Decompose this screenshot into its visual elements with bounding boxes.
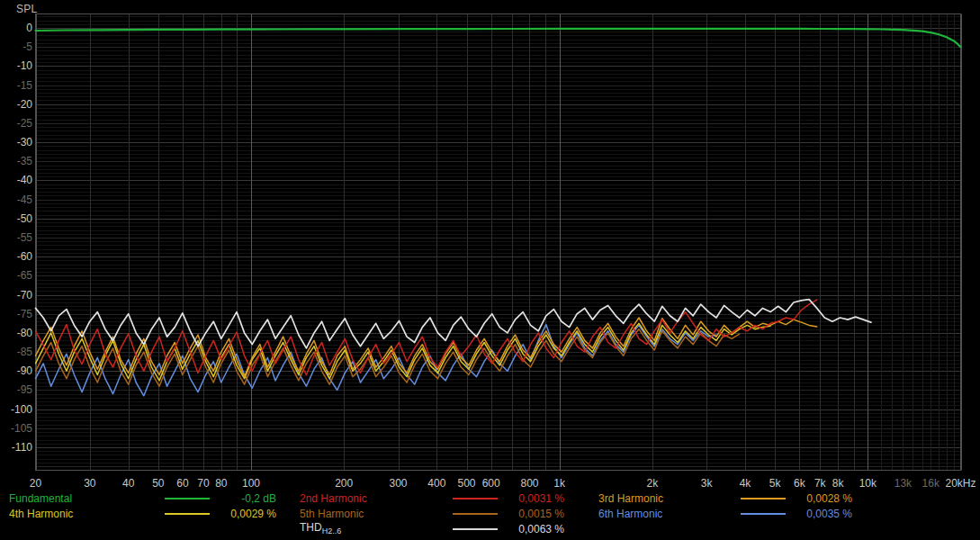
legend-item-3rd-harmonic[interactable]: 3rd Harmonic 0,0028 % [598, 490, 852, 506]
legend-item-5th-harmonic[interactable]: 5th Harmonic 0,0015 % [300, 506, 564, 521]
legend-column-right: 3rd Harmonic 0,0028 % 6th Harmonic 0,003… [598, 490, 852, 521]
y-tick-label: -30 [17, 136, 33, 148]
legend-value: 0,0035 % [786, 508, 852, 520]
y-tick-label: -35 [17, 155, 33, 167]
y-tick-label: -75 [17, 308, 33, 320]
y-tick-label: -85 [17, 346, 33, 358]
x-tick-label: 60 [176, 477, 189, 490]
x-tick-label: 400 [427, 477, 445, 490]
y-tick-label: -100 [11, 403, 32, 416]
legend-column-middle: 2nd Harmonic 0,0031 % 5th Harmonic 0,001… [300, 490, 564, 536]
x-tick-label: 30 [84, 477, 96, 490]
x-tick-label: 1k [553, 477, 566, 490]
legend-line-swatch [741, 498, 786, 500]
legend-label: Fundamental [9, 492, 165, 505]
y-tick-label: -15 [17, 79, 33, 92]
x-tick-label: 16k [922, 477, 940, 490]
y-tick-label: -5 [22, 40, 32, 53]
y-tick-label: -60 [17, 250, 33, 263]
legend-line-swatch [741, 513, 786, 515]
x-tick-label: 6k [794, 477, 806, 490]
legend-value: -0,2 dB [210, 492, 276, 505]
legend-column-left: Fundamental -0,2 dB 4th Harmonic 0,0029 … [9, 490, 276, 521]
y-tick-label: -70 [17, 289, 33, 302]
y-tick-label: -55 [17, 231, 33, 244]
legend-value: 0,0015 % [498, 508, 564, 520]
y-tick-label: -65 [17, 269, 33, 282]
x-tick-label: 40 [122, 477, 135, 490]
x-tick-label: 13k [895, 477, 913, 490]
legend-item-6th-harmonic[interactable]: 6th Harmonic 0,0035 % [598, 506, 852, 521]
y-tick-label: -20 [17, 98, 33, 111]
x-tick-label: 7k [814, 477, 827, 490]
legend-item-4th-harmonic[interactable]: 4th Harmonic 0,0029 % [9, 506, 276, 521]
y-tick-label: -110 [12, 441, 32, 454]
y-tick-label: -90 [17, 364, 33, 377]
y-tick-label: -25 [17, 117, 33, 130]
legend-label: 4th Harmonic [9, 508, 165, 520]
legend-item-fundamental[interactable]: Fundamental -0,2 dB [9, 490, 276, 506]
spl-chart-plot-area[interactable]: 0-5-10-15-20-25-30-35-40-45-50-55-60-65-… [0, 0, 980, 490]
y-tick-label: -10 [17, 59, 33, 72]
x-tick-label: 800 [520, 477, 538, 490]
x-tick-label: 200 [335, 477, 353, 490]
legend-line-swatch [453, 513, 498, 515]
legend-line-swatch [165, 498, 210, 500]
y-tick-label: -80 [17, 327, 33, 339]
legend-label: 6th Harmonic [598, 508, 741, 520]
legend-label: 5th Harmonic [300, 508, 453, 520]
y-axis-labels: 0-5-10-15-20-25-30-35-40-45-50-55-60-65-… [11, 22, 32, 454]
x-tick-label: 8k [832, 477, 845, 490]
legend-label: 3rd Harmonic [598, 492, 741, 505]
y-tick-label: -105 [11, 422, 32, 435]
x-axis-labels: 203040506070801002003004005006008001k2k3… [30, 477, 976, 490]
series-path-fundamental [36, 29, 961, 47]
spl-graph-panel: SPL 0-5-10-15-20-25-30-35-40-45-50-55-60… [0, 0, 980, 540]
legend-value: 0,0063 % [498, 523, 564, 536]
legend-item-thd[interactable]: THDH2..6 0,0063 % [300, 521, 564, 536]
y-tick-label: 0 [26, 22, 32, 34]
legend-value: 0,0028 % [786, 492, 852, 505]
legend-label: 2nd Harmonic [300, 492, 453, 505]
legend-value: 0,0031 % [498, 492, 564, 505]
legend-label: THDH2..6 [300, 521, 453, 536]
x-tick-label: 600 [482, 477, 500, 490]
x-tick-label: 500 [458, 477, 476, 490]
horizontal-gridlines [36, 17, 961, 467]
x-tick-label: 2k [646, 477, 659, 490]
x-tick-label: 20kHz [945, 477, 976, 490]
legend-item-2nd-harmonic[interactable]: 2nd Harmonic 0,0031 % [300, 490, 564, 506]
x-tick-label: 10k [859, 477, 877, 490]
x-tick-label: 100 [242, 477, 260, 490]
x-tick-label: 5k [769, 477, 782, 490]
x-tick-label: 300 [389, 477, 407, 490]
x-tick-label: 3k [701, 477, 714, 490]
y-tick-label: -95 [17, 383, 33, 396]
y-tick-label: -40 [17, 174, 33, 186]
x-tick-label: 80 [215, 477, 228, 490]
y-tick-label: -45 [17, 194, 33, 206]
x-tick-label: 4k [740, 477, 752, 490]
x-tick-label: 20 [30, 477, 42, 490]
legend-line-swatch [453, 498, 498, 500]
y-tick-label: -50 [17, 212, 33, 225]
x-tick-label: 50 [152, 477, 165, 490]
x-tick-label: 70 [197, 477, 210, 490]
legend-line-swatch [165, 513, 210, 515]
legend-line-swatch [453, 528, 498, 530]
legend-value: 0,0029 % [210, 508, 276, 520]
